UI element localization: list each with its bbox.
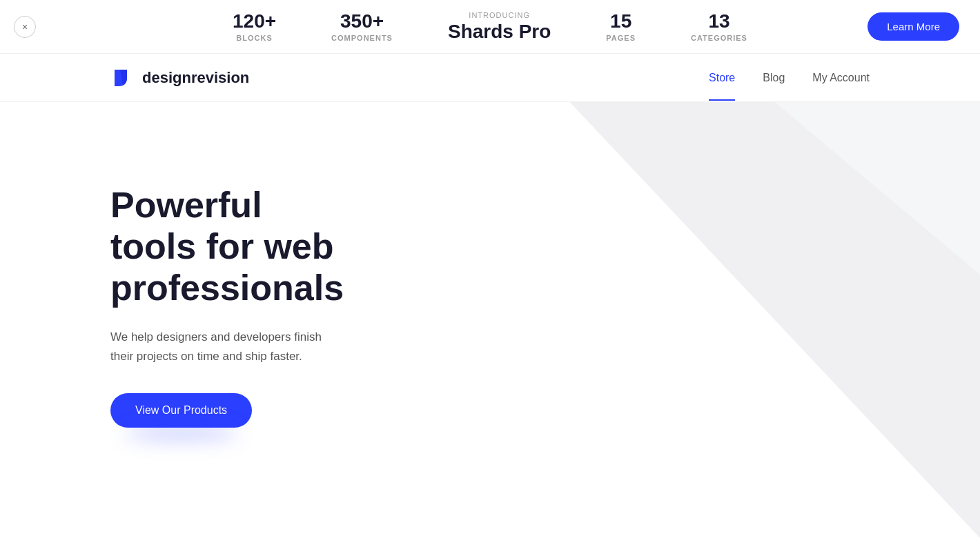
announcement-stats: 120+ BLOCKS 350+ COMPONENTS INTRODUCING … <box>233 11 747 43</box>
stat-pages: 15 PAGES <box>606 12 636 42</box>
close-button[interactable]: × <box>14 16 36 38</box>
hero-content: Powerful tools for web professionals We … <box>0 102 455 510</box>
logo[interactable]: designrevision <box>110 66 249 90</box>
stat-categories-number: 13 <box>691 12 747 31</box>
logo-text: designrevision <box>142 69 249 87</box>
learn-more-button[interactable]: Learn More <box>868 12 959 41</box>
stat-components-number: 350+ <box>331 12 393 31</box>
main-nav: designrevision Store Blog My Account <box>0 54 980 102</box>
hero-title: Powerful tools for web professionals <box>110 185 345 308</box>
stat-components-label: COMPONENTS <box>331 34 393 42</box>
hero-section: Powerful tools for web professionals We … <box>0 102 980 538</box>
stat-pages-number: 15 <box>606 12 636 31</box>
view-products-button[interactable]: View Our Products <box>110 393 252 428</box>
logo-icon <box>110 66 135 90</box>
nav-link-blog[interactable]: Blog <box>763 72 785 84</box>
nav-link-my-account[interactable]: My Account <box>812 72 870 84</box>
introducing-label: INTRODUCING <box>448 11 551 19</box>
announcement-bar: × 120+ BLOCKS 350+ COMPONENTS INTRODUCIN… <box>0 0 980 54</box>
introducing-section: INTRODUCING Shards Pro <box>448 11 551 43</box>
hero-subtitle: We help designers and developers finish … <box>110 328 345 365</box>
stat-pages-label: PAGES <box>606 34 636 42</box>
nav-link-store[interactable]: Store <box>709 72 735 84</box>
stat-blocks-label: BLOCKS <box>233 34 276 42</box>
hero-bg-shape <box>392 102 980 538</box>
nav-links: Store Blog My Account <box>709 72 870 84</box>
stat-categories: 13 CATEGORIES <box>691 12 747 42</box>
stat-categories-label: CATEGORIES <box>691 34 747 42</box>
introducing-title: Shards Pro <box>448 21 551 42</box>
stat-blocks-number: 120+ <box>233 12 276 31</box>
stat-components: 350+ COMPONENTS <box>331 12 393 42</box>
stat-blocks: 120+ BLOCKS <box>233 12 276 42</box>
